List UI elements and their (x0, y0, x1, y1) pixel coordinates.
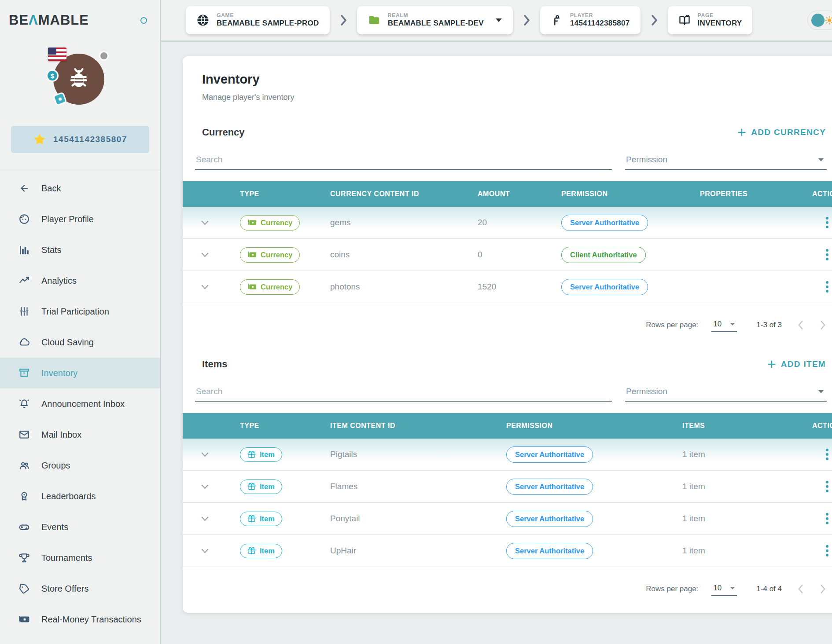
row-actions-menu-button[interactable] (799, 513, 832, 524)
next-page-button[interactable] (820, 583, 826, 595)
row-actions-menu-button[interactable] (799, 481, 832, 492)
gift-icon (247, 547, 256, 555)
chevron-down-icon (201, 252, 209, 257)
table-row: Currency gems 20 Server Authoritative (183, 207, 832, 239)
page-subtitle: Manage player's inventory (202, 93, 832, 102)
sidebar-item-trial-participation[interactable]: Trial Participation (0, 296, 160, 327)
sidebar-item-leaderboards[interactable]: Leaderboards (0, 481, 160, 512)
currency-type-chip: Currency (240, 215, 300, 231)
sidebar-nav: Back Player Profile Stats Analytics Tria… (0, 173, 160, 635)
sidebar-item-analytics[interactable]: Analytics (0, 265, 160, 296)
sidebar-item-events[interactable]: Events (0, 512, 160, 542)
chevron-right-icon (820, 319, 826, 331)
sidebar-item-stats[interactable]: Stats (0, 234, 160, 265)
medal-icon (18, 490, 30, 502)
caret-down-icon (818, 158, 824, 162)
plus-icon (737, 128, 747, 137)
currency-permission-select[interactable]: Permission (625, 151, 827, 170)
row-actions-menu-button[interactable] (799, 281, 832, 293)
currency-table: TYPE CURRENCY CONTENT ID AMOUNT PERMISSI… (183, 181, 832, 347)
content-area: Inventory Manage player's inventory Curr… (161, 42, 832, 644)
sidebar-item-mail-inbox[interactable]: Mail Inbox (0, 419, 160, 450)
sidebar-item-tournaments[interactable]: Tournaments (0, 542, 160, 573)
gift-icon (247, 515, 256, 523)
sidebar-item-groups[interactable]: Groups (0, 450, 160, 481)
items-table: TYPE ITEM CONTENT ID PERMISSION ITEMS AC… (183, 413, 832, 611)
expand-row-button[interactable] (183, 285, 227, 289)
breadcrumb: GAME BEAMABLE SAMPLE-PROD REALM BEAMABLE… (161, 0, 832, 42)
currency-amount: 1520 (464, 282, 548, 292)
breadcrumb-player[interactable]: PLAYER 14541142385807 (540, 6, 641, 34)
kebab-menu-icon (826, 217, 828, 228)
items-search-input[interactable] (195, 383, 612, 402)
kebab-menu-icon (826, 249, 828, 260)
kebab-menu-icon (826, 481, 828, 492)
caret-down-icon (818, 390, 824, 394)
item-type-chip: Item (240, 544, 282, 558)
sidebar-item-cloud-saving[interactable]: Cloud Saving (0, 327, 160, 358)
currency-amount: 20 (464, 218, 548, 227)
chevron-down-icon (201, 484, 209, 489)
pagination-range: 1-3 of 3 (756, 321, 782, 329)
row-actions-menu-button[interactable] (799, 217, 832, 228)
add-item-button[interactable]: ADD ITEM (767, 359, 826, 369)
sidebar-item-real-money-transactions[interactable]: Real-Money Transactions (0, 604, 160, 635)
row-actions-menu-button[interactable] (799, 249, 832, 260)
page-title: Inventory (202, 72, 832, 87)
items-pagination: Rows per page: 10 1-4 of 4 (183, 567, 832, 611)
sidebar-item-inventory[interactable]: Inventory (0, 358, 160, 388)
row-actions-menu-button[interactable] (799, 545, 832, 556)
caret-down-icon[interactable] (495, 18, 502, 22)
trend-line-icon (18, 275, 30, 286)
currency-type-chip: Currency (240, 279, 300, 295)
gray-dot-badge (99, 51, 109, 61)
globe-icon (196, 14, 210, 27)
expand-row-button[interactable] (183, 516, 227, 521)
add-currency-button[interactable]: ADD CURRENCY (737, 128, 826, 137)
sidebar-item-announcement-inbox[interactable]: Announcement Inbox (0, 388, 160, 419)
expand-row-button[interactable] (183, 549, 227, 553)
currency-search-input[interactable] (195, 151, 612, 170)
bar-chart-icon (18, 244, 30, 256)
permission-badge: Server Authoritative (506, 479, 593, 495)
rows-per-page-label: Rows per page: (646, 585, 698, 593)
expand-row-button[interactable] (183, 220, 227, 225)
sidebar-item-store-offers[interactable]: Store Offers (0, 573, 160, 604)
breadcrumb-page[interactable]: PAGE INVENTORY (668, 6, 753, 34)
breadcrumb-game[interactable]: GAME BEAMABLE SAMPLE-PROD (186, 6, 330, 34)
row-actions-menu-button[interactable] (799, 449, 832, 460)
item-count: 1 item (669, 546, 786, 556)
item-content-id: UpHair (317, 546, 493, 556)
expand-row-button[interactable] (183, 484, 227, 489)
permission-badge: Client Authoritative (561, 247, 646, 263)
sidebar-item-player-profile[interactable]: Player Profile (0, 204, 160, 234)
gift-icon (247, 450, 256, 459)
next-page-button[interactable] (820, 319, 826, 331)
inventory-card: Inventory Manage player's inventory Curr… (183, 56, 832, 613)
previous-page-button[interactable] (798, 583, 804, 595)
expand-row-button[interactable] (183, 252, 227, 257)
theme-toggle[interactable] (807, 11, 832, 30)
item-type-chip: Item (240, 447, 282, 462)
chevron-left-icon (798, 319, 804, 331)
player-avatar: $ (47, 48, 113, 113)
breadcrumb-realm[interactable]: REALM BEAMABLE SAMPLE-DEV (357, 6, 513, 34)
banknote-icon (18, 614, 30, 625)
currency-content-id: coins (317, 250, 464, 260)
rows-per-page-select[interactable]: 10 (711, 582, 737, 596)
expand-row-button[interactable] (183, 452, 227, 457)
face-icon (18, 213, 30, 225)
previous-page-button[interactable] (798, 319, 804, 331)
sidebar-item-back[interactable]: Back (0, 173, 160, 204)
currency-table-header: TYPE CURRENCY CONTENT ID AMOUNT PERMISSI… (183, 181, 832, 207)
rows-per-page-label: Rows per page: (646, 321, 698, 329)
items-permission-select[interactable]: Permission (625, 383, 827, 402)
item-content-id: Flames (317, 482, 493, 491)
kebab-menu-icon (826, 545, 828, 556)
item-count: 1 item (669, 450, 786, 459)
rows-per-page-select[interactable]: 10 (711, 318, 737, 332)
banknote-icon (247, 218, 257, 227)
chevron-down-icon (201, 516, 209, 521)
kebab-menu-icon (826, 513, 828, 524)
currency-content-id: photons (317, 282, 464, 292)
